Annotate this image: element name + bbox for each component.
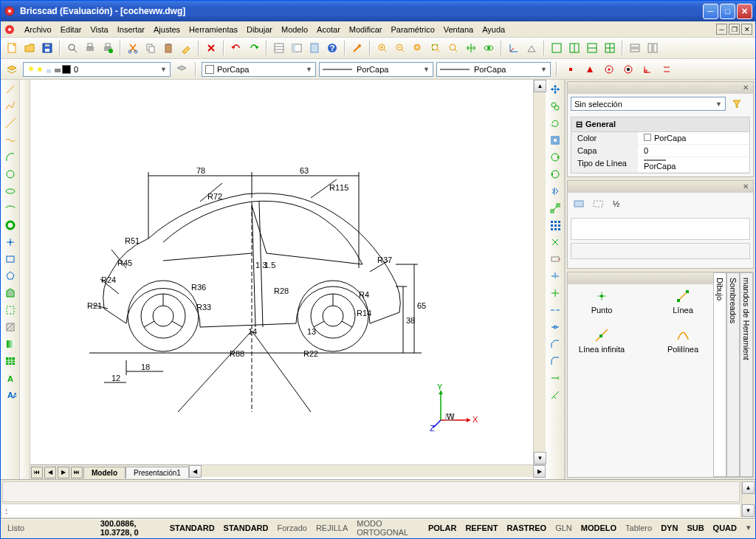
lengthen-tool[interactable]	[547, 370, 563, 386]
menu-ajustes[interactable]: Ajustes	[149, 24, 185, 35]
fillet-tool[interactable]	[547, 353, 563, 369]
donut-tool[interactable]	[2, 217, 18, 233]
status-dyn[interactable]: DYN	[659, 523, 680, 532]
rectangle-tool[interactable]	[2, 251, 18, 267]
menu-insertar[interactable]: Insertar	[113, 24, 149, 35]
status-std2[interactable]: STANDARD	[221, 523, 271, 532]
boundary-tool[interactable]	[2, 302, 18, 318]
menu-ayuda[interactable]: Ayuda	[478, 24, 509, 35]
status-sub[interactable]: SUB	[684, 523, 706, 532]
circle-tool[interactable]	[2, 166, 18, 182]
status-grid[interactable]: REJILLA	[314, 523, 350, 532]
palette-polyline[interactable]: Polilínea	[653, 328, 712, 354]
hatch-tool[interactable]	[2, 319, 18, 335]
layerpanel-btn2[interactable]	[590, 196, 606, 212]
palette-point[interactable]: Punto	[572, 289, 631, 315]
palette-tab-commands[interactable]: mandos de Herramient	[740, 272, 753, 477]
tile-v-icon[interactable]	[645, 40, 661, 56]
break-tool[interactable]	[547, 302, 563, 318]
horizontal-scrollbar[interactable]: ◀▶	[189, 464, 546, 477]
polygon-tool[interactable]	[2, 268, 18, 284]
open-icon[interactable]	[21, 40, 38, 56]
view-icon[interactable]	[523, 40, 540, 56]
status-polar[interactable]: POLAR	[426, 523, 459, 532]
linetype-dropdown[interactable]: PorCapa ▼	[319, 62, 433, 77]
status-ortho[interactable]: MODO ORTOGONAL	[354, 519, 422, 537]
vertical-scrollbar[interactable]: ▲▼	[533, 80, 546, 464]
panel-close-icon[interactable]: ✕	[743, 182, 752, 191]
gradient-tool[interactable]	[2, 336, 18, 352]
layerpanel-btn3[interactable]: ½	[609, 196, 625, 212]
tab-last[interactable]: ⏭	[71, 467, 83, 478]
tab-first[interactable]: ⏮	[31, 467, 43, 478]
explode-tool[interactable]	[547, 234, 563, 250]
menu-editar[interactable]: Editar	[56, 24, 86, 35]
region-tool[interactable]	[2, 285, 18, 301]
maximize-button[interactable]: □	[720, 4, 735, 19]
command-history[interactable]	[2, 481, 740, 502]
properties-icon[interactable]	[271, 40, 287, 56]
viewport1-icon[interactable]	[549, 40, 565, 56]
text-tool[interactable]: A	[2, 370, 18, 386]
layer-filter[interactable]	[571, 243, 750, 259]
polyline-tool[interactable]	[2, 98, 18, 114]
chamfer-tool[interactable]	[547, 336, 563, 352]
zoom-extents-icon[interactable]	[427, 40, 444, 56]
tab-layout1[interactable]: Presentación1	[126, 467, 189, 478]
mirror-tool[interactable]	[547, 183, 563, 199]
status-lwt[interactable]: GLN	[553, 523, 574, 532]
cmd-scrollbar[interactable]: ▲▼	[741, 481, 754, 517]
status-quad[interactable]: QUAD	[711, 523, 739, 532]
snap-node-icon[interactable]	[620, 61, 636, 78]
rotate-tool[interactable]	[547, 115, 563, 131]
snap-endpoint-icon[interactable]	[563, 61, 579, 78]
sheet-icon[interactable]	[306, 40, 323, 56]
snap-center-icon[interactable]	[601, 61, 617, 78]
explorer-icon[interactable]	[289, 40, 305, 56]
color-dropdown[interactable]: PorCapa ▼	[202, 62, 316, 77]
close-button[interactable]: ✕	[737, 4, 752, 19]
xline-tool[interactable]	[2, 115, 18, 131]
trim-tool[interactable]	[547, 268, 563, 284]
status-osnap[interactable]: REFENT	[463, 523, 500, 532]
palette-line[interactable]: Línea	[653, 289, 712, 315]
matchprop-icon[interactable]	[178, 40, 194, 56]
menu-herramientas[interactable]: Herramientas	[185, 24, 242, 35]
snap-perp-icon[interactable]	[639, 61, 656, 78]
layer-dropdown[interactable]: 0 ▼	[23, 62, 171, 77]
snap-parallel-icon[interactable]	[659, 61, 675, 78]
layer-states-icon[interactable]	[173, 61, 190, 78]
pan-icon[interactable]	[463, 40, 479, 56]
layer-list[interactable]	[571, 218, 750, 240]
zoom-out-icon[interactable]	[392, 40, 408, 56]
line-tool[interactable]	[2, 81, 18, 97]
status-std1[interactable]: STANDARD	[168, 523, 217, 532]
menu-modelo[interactable]: Modelo	[277, 24, 312, 35]
scale2-tool[interactable]	[547, 200, 563, 216]
rotate3d-tool[interactable]	[547, 149, 563, 165]
menu-parametrico[interactable]: Paramétrico	[386, 24, 439, 35]
viewport2-icon[interactable]	[566, 40, 583, 56]
tile-h-icon[interactable]	[627, 40, 643, 56]
ellipsearc-tool[interactable]	[2, 200, 18, 216]
menu-modificar[interactable]: Modificar	[345, 24, 387, 35]
status-otrack[interactable]: RASTREO	[504, 523, 549, 532]
zoom-in-icon[interactable]	[374, 40, 391, 56]
new-icon[interactable]	[4, 40, 20, 56]
layer-manager-icon[interactable]	[4, 61, 20, 78]
undo-icon[interactable]	[228, 40, 244, 56]
minimize-button[interactable]: ─	[703, 4, 718, 19]
join-tool[interactable]	[547, 319, 563, 335]
print-icon[interactable]	[82, 40, 98, 56]
delete-icon[interactable]	[203, 40, 219, 56]
menu-acotar[interactable]: Acotar	[312, 24, 345, 35]
table-tool[interactable]	[2, 353, 18, 369]
align-tool[interactable]	[547, 387, 563, 403]
offset-tool[interactable]	[547, 132, 563, 148]
paste-icon[interactable]	[160, 40, 176, 56]
mtext-tool[interactable]: AA	[2, 387, 18, 403]
publish-icon[interactable]	[100, 40, 116, 56]
tab-next[interactable]: ▶	[58, 467, 69, 478]
lineweight-dropdown[interactable]: PorCapa ▼	[436, 62, 551, 77]
copy-tool[interactable]	[547, 98, 563, 114]
